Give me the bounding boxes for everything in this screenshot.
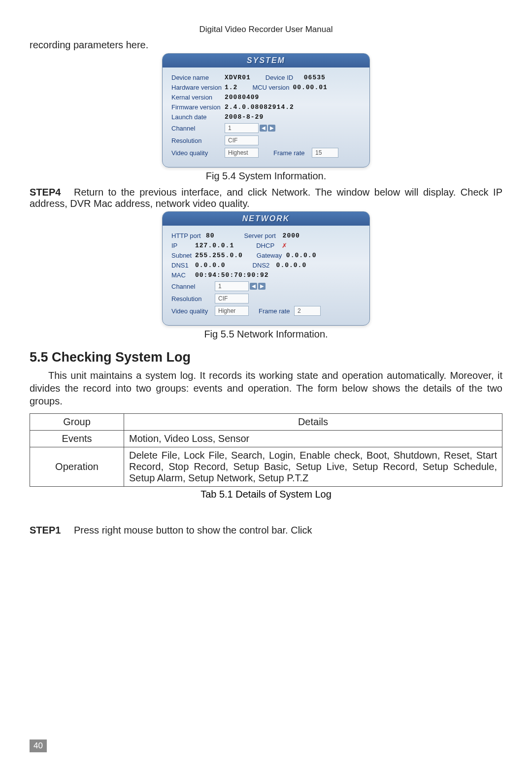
ip-label: IP bbox=[171, 242, 195, 249]
system-dialog: SYSTEM Device name XDVR01 Device ID 0653… bbox=[162, 53, 370, 168]
page-number: 40 bbox=[30, 739, 47, 752]
dns2-value: 0.0.0.0 bbox=[276, 262, 307, 269]
http-port-label: HTTP port bbox=[171, 232, 206, 239]
net-resolution-input[interactable]: CIF bbox=[215, 294, 249, 303]
mac-value: 00:94:50:70:90:92 bbox=[195, 271, 269, 279]
subnet-label: Subnet bbox=[171, 252, 195, 259]
dns2-label: DNS2 bbox=[253, 262, 276, 269]
events-details-cell: Motion, Video Loss, Sensor bbox=[124, 431, 502, 447]
device-name-value: XDVR01 bbox=[225, 74, 251, 81]
network-dialog-title: NETWORK bbox=[163, 212, 369, 226]
server-port-label: Server port bbox=[244, 232, 283, 239]
step1-label: STEP1 bbox=[30, 525, 74, 536]
video-quality-input[interactable]: Highest bbox=[225, 148, 259, 158]
step4-text: Return to the previous interface, and cl… bbox=[30, 187, 502, 209]
system-dialog-title: SYSTEM bbox=[163, 54, 369, 67]
device-id-label: Device ID bbox=[266, 74, 304, 81]
mac-label: MAC bbox=[171, 271, 195, 279]
channel-input[interactable]: 1 bbox=[225, 123, 259, 133]
table-row: Operation Delete File, Lock File, Search… bbox=[30, 447, 502, 487]
step1-text: Press right mouse button to show the con… bbox=[74, 525, 312, 536]
table-header-group: Group bbox=[30, 414, 124, 431]
system-log-table: Group Details Events Motion, Video Loss,… bbox=[30, 413, 502, 487]
hw-version-value: 1.2 bbox=[225, 84, 237, 91]
fig-5-4-caption: Fig 5.4 System Information. bbox=[30, 170, 502, 182]
launch-date-value: 2008-8-29 bbox=[225, 113, 264, 121]
net-channel-input[interactable]: 1 bbox=[215, 281, 249, 291]
table-row: Events Motion, Video Loss, Sensor bbox=[30, 431, 502, 447]
step4-paragraph: STEP4Return to the previous interface, a… bbox=[30, 187, 502, 209]
gateway-label: Gateway bbox=[257, 252, 286, 259]
dns1-value: 0.0.0.0 bbox=[195, 262, 226, 269]
net-channel-next-icon[interactable]: ▶ bbox=[258, 283, 266, 290]
manual-header: Digital Video Recorder User Manual bbox=[30, 25, 502, 34]
operation-details-cell: Delete File, Lock File, Search, Login, E… bbox=[124, 447, 502, 487]
section-5-5-heading: 5.5 Checking System Log bbox=[30, 350, 502, 365]
fw-version-value: 2.4.0.08082914.2 bbox=[225, 103, 294, 111]
device-id-value: 06535 bbox=[304, 74, 326, 81]
http-port-value: 80 bbox=[206, 232, 215, 239]
step1-paragraph: STEP1Press right mouse button to show th… bbox=[30, 525, 502, 536]
network-dialog: NETWORK HTTP port 80 Server port 2000 IP… bbox=[162, 211, 370, 326]
operation-cell: Operation bbox=[30, 447, 124, 487]
leading-text: recording parameters here. bbox=[30, 38, 502, 51]
table-header-details: Details bbox=[124, 414, 502, 431]
resolution-label: Resolution bbox=[171, 137, 225, 144]
net-channel-prev-icon[interactable]: ◀ bbox=[250, 283, 257, 290]
dns1-label: DNS1 bbox=[171, 262, 195, 269]
device-name-label: Device name bbox=[171, 74, 225, 81]
net-channel-label: Channel bbox=[171, 283, 215, 290]
gateway-value: 0.0.0.0 bbox=[286, 252, 317, 259]
frame-rate-label: Frame rate bbox=[273, 149, 312, 157]
kernel-version-value: 20080409 bbox=[225, 94, 259, 101]
net-frame-rate-label: Frame rate bbox=[259, 307, 294, 315]
mcu-version-label: MCU version bbox=[252, 84, 293, 91]
table-row: Group Details bbox=[30, 414, 502, 431]
resolution-input[interactable]: CIF bbox=[225, 135, 259, 145]
channel-prev-icon[interactable]: ◀ bbox=[260, 125, 267, 132]
channel-label: Channel bbox=[171, 125, 225, 132]
step4-label: STEP4 bbox=[30, 187, 74, 198]
net-resolution-label: Resolution bbox=[171, 295, 215, 302]
net-frame-rate-input[interactable]: 2 bbox=[294, 306, 321, 316]
mcu-version-value: 00.00.01 bbox=[293, 84, 327, 91]
frame-rate-input[interactable]: 15 bbox=[312, 148, 338, 158]
hw-version-label: Hardware version bbox=[171, 84, 225, 91]
subnet-value: 255.255.0.0 bbox=[195, 252, 243, 259]
section-5-5-paragraph: This unit maintains a system log. It rec… bbox=[30, 369, 502, 407]
events-cell: Events bbox=[30, 431, 124, 447]
dhcp-disabled-icon: ✗ bbox=[282, 242, 287, 249]
net-video-quality-input[interactable]: Higher bbox=[215, 306, 249, 316]
channel-next-icon[interactable]: ▶ bbox=[268, 125, 275, 132]
kernel-version-label: Kernal version bbox=[171, 94, 225, 101]
fw-version-label: Firmware version bbox=[171, 103, 225, 111]
launch-date-label: Launch date bbox=[171, 113, 225, 121]
net-video-quality-label: Video quality bbox=[171, 307, 215, 315]
tab-5-1-caption: Tab 5.1 Details of System Log bbox=[30, 489, 502, 500]
server-port-value: 2000 bbox=[283, 232, 300, 239]
fig-5-5-caption: Fig 5.5 Network Information. bbox=[30, 329, 502, 340]
dhcp-label: DHCP bbox=[256, 242, 280, 249]
ip-value: 127.0.0.1 bbox=[195, 242, 234, 249]
video-quality-label: Video quality bbox=[171, 149, 225, 157]
